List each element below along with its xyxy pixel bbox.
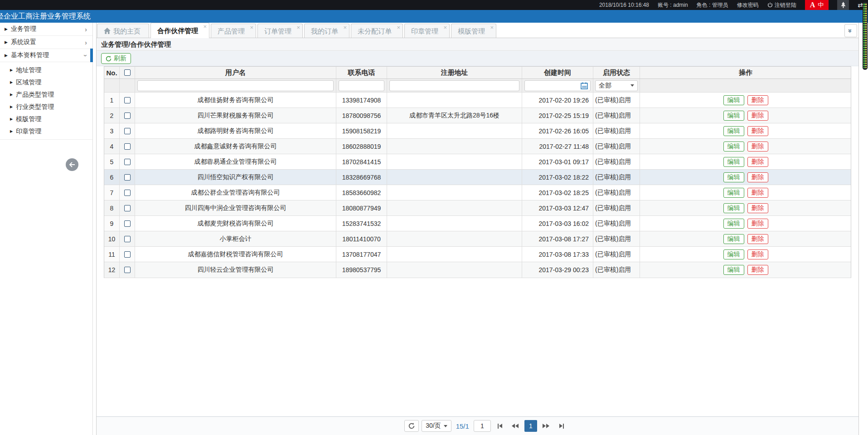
row-checkbox[interactable]	[124, 251, 131, 258]
tab-close-icon[interactable]: ×	[296, 24, 300, 30]
sidebar-subitem[interactable]: ▶区域管理	[0, 76, 92, 88]
edit-button[interactable]: 编辑	[723, 249, 744, 259]
delete-button[interactable]: 删除	[747, 95, 768, 105]
tab-未分配订单[interactable]: 未分配订单×	[351, 24, 403, 38]
tab-close-icon[interactable]: ×	[397, 24, 400, 30]
edit-button[interactable]: 编辑	[723, 95, 744, 105]
next-page-button[interactable]	[540, 420, 553, 432]
tab-close-icon[interactable]: ×	[343, 24, 347, 30]
tab-产品管理[interactable]: 产品管理×	[211, 24, 256, 38]
edit-button[interactable]: 编辑	[723, 203, 744, 213]
row-checkbox[interactable]	[124, 112, 131, 119]
tab-close-icon[interactable]: ×	[443, 24, 447, 30]
created-cell: 2017-03-01 09:17	[538, 158, 589, 166]
refresh-button[interactable]: 刷新	[101, 53, 131, 64]
sidebar-subitem-label: 行业类型管理	[16, 103, 54, 111]
sidebar-subitem[interactable]: ▶地址管理	[0, 64, 92, 76]
edit-button[interactable]: 编辑	[723, 126, 744, 136]
table-row[interactable]: 1成都佳扬财务咨询有限公司133981749082017-02-20 19:26…	[104, 93, 851, 108]
row-checkbox[interactable]	[124, 174, 131, 181]
table-row[interactable]: 11成都嘉德信财税管理咨询有限公司137081770472017-03-08 1…	[104, 247, 851, 262]
delete-button[interactable]: 删除	[747, 203, 768, 213]
delete-button[interactable]: 删除	[747, 234, 768, 244]
table-row[interactable]: 7成都公群企业管理咨询有限公司185836609822017-03-02 18:…	[104, 185, 851, 200]
edit-button[interactable]: 编辑	[723, 265, 744, 275]
address-filter-input[interactable]	[389, 80, 519, 91]
row-checkbox[interactable]	[124, 128, 131, 134]
language-badge[interactable]: A中	[805, 0, 829, 10]
tab-close-icon[interactable]: ×	[203, 24, 207, 29]
delete-button[interactable]: 删除	[747, 111, 768, 121]
row-checkbox[interactable]	[124, 267, 131, 273]
row-checkbox[interactable]	[124, 97, 131, 103]
tab-我的订单[interactable]: 我的订单×	[304, 24, 349, 38]
tab-订单管理[interactable]: 订单管理×	[257, 24, 303, 38]
delete-button[interactable]: 删除	[747, 219, 768, 229]
delete-button[interactable]: 删除	[747, 249, 768, 259]
edit-button[interactable]: 编辑	[723, 157, 744, 167]
row-checkbox[interactable]	[124, 220, 131, 227]
delete-button[interactable]: 删除	[747, 142, 768, 152]
tab-我的主页[interactable]: 我的主页	[97, 24, 149, 38]
delete-button[interactable]: 删除	[747, 188, 768, 198]
status-filter-select[interactable]: 全部	[595, 80, 638, 91]
delete-button[interactable]: 删除	[747, 172, 768, 182]
row-checkbox[interactable]	[124, 236, 131, 242]
edit-button[interactable]: 编辑	[723, 234, 744, 244]
sidebar-subitem[interactable]: ▶行业类型管理	[0, 101, 92, 113]
prev-page-button[interactable]	[509, 420, 522, 432]
tab-模版管理[interactable]: 模版管理×	[451, 24, 496, 38]
table-row[interactable]: 2四川芒果财税服务有限公司18780098756成都市青羊区太升北路28号16楼…	[104, 108, 851, 123]
logout-link[interactable]: 注销登陆	[767, 1, 796, 9]
filter-cell	[522, 79, 593, 92]
tab-合作伙伴管理[interactable]: 合作伙伴管理×	[150, 23, 209, 38]
tab-overflow-button[interactable]: »	[844, 24, 857, 37]
delete-button[interactable]: 删除	[747, 265, 768, 275]
sidebar-item[interactable]: ▶系统设置›	[0, 36, 92, 49]
row-checkbox[interactable]	[124, 205, 131, 211]
delete-button[interactable]: 删除	[747, 157, 768, 167]
table-row[interactable]: 8四川四海中润企业管理咨询有限公司180808779492017-03-03 1…	[104, 200, 851, 216]
current-page[interactable]: 1	[524, 420, 537, 432]
delete-button[interactable]: 删除	[747, 126, 768, 136]
tab-印章管理[interactable]: 印章管理×	[404, 24, 450, 38]
tree-icon[interactable]	[837, 0, 849, 10]
row-checkbox[interactable]	[124, 143, 131, 150]
sidebar-subitem[interactable]: ▶印章管理	[0, 125, 92, 137]
page-size-select[interactable]: 30/页	[422, 420, 451, 432]
sidebar-subitem[interactable]: ▶模版管理	[0, 113, 92, 125]
table-row[interactable]: 6四川悟空知识产权有限公司183286697682017-03-02 18:22…	[104, 170, 851, 185]
page-input[interactable]	[474, 420, 491, 432]
edit-button[interactable]: 编辑	[723, 111, 744, 121]
table-row[interactable]: 9成都麦兜财税咨询有限公司152837415322017-03-03 16:02…	[104, 216, 851, 231]
table-row[interactable]: 3成都路明财务咨询有限公司159081582192017-02-26 16:05…	[104, 123, 851, 139]
edit-button[interactable]: 编辑	[723, 172, 744, 182]
edit-button[interactable]: 编辑	[723, 142, 744, 152]
table-row[interactable]: 5成都蓉易通企业管理有限公司187028414152017-03-01 09:1…	[104, 154, 851, 170]
row-checkbox[interactable]	[124, 159, 131, 165]
select-all-checkbox[interactable]	[124, 69, 131, 76]
tab-close-icon[interactable]: ×	[250, 24, 253, 30]
change-password-link[interactable]: 修改密码	[737, 1, 759, 9]
table-row[interactable]: 10小掌柜会计180114100702017-03-08 17:27(已审核)启…	[104, 231, 851, 247]
edit-button[interactable]: 编辑	[723, 188, 744, 198]
status-cell: (已审核)启用	[595, 204, 631, 212]
sidebar-item[interactable]: ▶基本资料管理›	[0, 49, 92, 62]
table-row[interactable]: 4成都鑫意诚财务咨询有限公司186028880192017-02-27 11:4…	[104, 139, 851, 154]
calendar-icon[interactable]	[581, 82, 588, 89]
row-checkbox[interactable]	[124, 190, 131, 196]
created-cell: 2017-03-02 18:25	[538, 189, 589, 196]
last-page-button[interactable]	[555, 420, 568, 432]
table-row[interactable]: 12四川轻云企业管理有限公司189805377952017-03-29 00:2…	[104, 262, 851, 278]
arrow-left-icon	[69, 162, 75, 167]
sidebar-subitem[interactable]: ▶产品类型管理	[0, 88, 92, 101]
username-filter-input[interactable]	[137, 80, 334, 91]
phone-filter-input[interactable]	[339, 80, 384, 91]
sidebar-collapse-button[interactable]	[66, 158, 78, 171]
tab-close-icon[interactable]: ×	[490, 24, 494, 30]
tab-label: 模版管理	[458, 24, 485, 38]
first-page-button[interactable]	[494, 420, 506, 432]
edit-button[interactable]: 编辑	[723, 219, 744, 229]
sidebar-item[interactable]: ▶业务管理›	[0, 23, 92, 36]
pagination-refresh-button[interactable]	[404, 420, 419, 432]
